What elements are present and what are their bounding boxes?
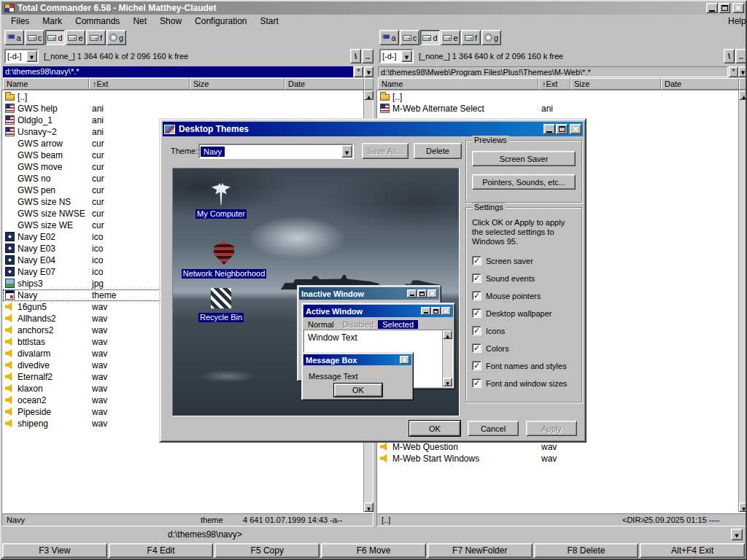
up-dir-button-right[interactable]: .. [735, 49, 747, 63]
settings-checkbox[interactable]: Font names and styles [472, 361, 567, 370]
checkbox-label: Font and window sizes [486, 379, 567, 388]
delete-button[interactable]: Delete [414, 143, 462, 159]
drive-button[interactable]: e [441, 30, 460, 45]
file-row[interactable]: GWS help ani [3, 103, 362, 114]
column-header[interactable]: Size [570, 78, 661, 90]
filter-button-left[interactable]: * [354, 66, 363, 77]
drive-button[interactable]: g [481, 30, 501, 45]
drive-button[interactable]: d [45, 30, 65, 45]
drive-button[interactable]: e [66, 30, 85, 45]
file-row[interactable]: [..] [378, 91, 737, 103]
checkbox-checked-icon[interactable] [472, 326, 481, 335]
drive-button[interactable]: d [420, 30, 440, 45]
scroll-down-button[interactable] [739, 502, 747, 512]
drive-button[interactable]: c [400, 30, 419, 45]
theme-combobox[interactable]: Navy [198, 144, 354, 159]
minimize-button[interactable] [543, 124, 555, 134]
drive-button[interactable]: a [379, 30, 399, 45]
checkbox-checked-icon[interactable] [472, 291, 481, 300]
app-icon[interactable] [4, 4, 15, 12]
settings-checkbox[interactable]: Screen saver [472, 256, 567, 265]
dropdown-arrow-icon[interactable] [401, 50, 412, 62]
function-key-button[interactable]: F4 Edit [109, 543, 214, 558]
screen-saver-button[interactable]: Screen Saver [472, 151, 576, 166]
drive-combo-right[interactable]: [-d-] [379, 49, 414, 63]
command-history-button[interactable] [731, 529, 743, 540]
column-header[interactable]: Name [378, 78, 538, 90]
column-header[interactable]: Date [285, 78, 364, 90]
current-path-right[interactable]: d:\themes98\Mweb\Program Files\Plus!\The… [378, 66, 728, 77]
checkbox-checked-icon[interactable] [472, 343, 481, 353]
checkbox-checked-icon[interactable] [472, 361, 481, 370]
settings-checkbox[interactable]: Desktop wallpaper [472, 308, 567, 318]
menu-item[interactable]: Show [153, 15, 188, 28]
filter-button-right[interactable]: * [729, 66, 738, 77]
file-row[interactable]: M-Web Question wav [378, 441, 737, 453]
menu-item[interactable]: Files [4, 15, 36, 28]
menu-item[interactable]: Configuration [188, 15, 253, 28]
menu-item[interactable]: Mark [36, 15, 69, 28]
settings-checkbox[interactable]: Icons [472, 326, 567, 335]
column-header[interactable]: ↑Ext [89, 78, 190, 90]
menu-item[interactable]: Start [253, 15, 285, 28]
dropdown-arrow-icon[interactable] [341, 145, 352, 158]
function-key-button[interactable]: F6 Move [321, 543, 426, 558]
up-dir-button-left[interactable]: .. [362, 49, 374, 63]
menu-item-help[interactable]: Help [721, 15, 747, 28]
preview-desktop-icon[interactable]: Recycle Bin [180, 288, 262, 322]
current-path-left[interactable]: d:\themes98\navy\*.* [3, 66, 353, 77]
function-key-button[interactable]: F8 Delete [534, 543, 639, 558]
history-button-right[interactable] [738, 66, 747, 77]
minimize-button[interactable] [706, 3, 718, 13]
column-header[interactable]: Name [3, 78, 89, 90]
function-key-button[interactable]: Alt+F4 Exit [640, 543, 745, 558]
file-row[interactable]: M-Web Alternate Select ani [378, 103, 737, 114]
function-key-button[interactable]: F5 Copy [214, 543, 320, 558]
scroll-up-button[interactable] [739, 90, 747, 100]
scroll-up-button[interactable] [364, 90, 374, 100]
checkbox-checked-icon[interactable] [472, 378, 481, 388]
maximize-button[interactable] [556, 124, 568, 134]
preview-desktop-icon[interactable]: My Computer [179, 183, 263, 219]
function-key-button[interactable]: F3 View [2, 543, 107, 558]
pointers-sounds-button[interactable]: Pointers, Sounds, etc... [472, 174, 576, 190]
root-dir-button-right[interactable]: \ [724, 49, 735, 63]
drive-combo-left[interactable]: [-d-] [4, 49, 39, 63]
column-header[interactable]: Size [190, 78, 285, 90]
cancel-button[interactable]: Cancel [468, 421, 519, 436]
drive-button[interactable]: g [107, 30, 126, 45]
history-button-left[interactable] [364, 66, 374, 77]
column-header[interactable]: Date [661, 78, 739, 90]
settings-checkbox[interactable]: Font and window sizes [472, 378, 567, 388]
close-button[interactable] [732, 3, 744, 13]
settings-checkbox[interactable]: Mouse pointers [472, 291, 567, 300]
checkbox-checked-icon[interactable] [472, 308, 481, 318]
maximize-button[interactable] [719, 3, 730, 13]
dialog-titlebar[interactable]: Desktop Themes [163, 122, 583, 136]
root-dir-button-left[interactable]: \ [350, 49, 361, 63]
close-button[interactable] [570, 124, 581, 134]
settings-checkbox[interactable]: Colors [472, 343, 567, 353]
settings-checkbox[interactable]: Sound events [472, 273, 567, 283]
file-row[interactable]: M-Web Start Windows wav [378, 453, 737, 464]
file-row[interactable]: [..] [3, 91, 362, 103]
menu-item[interactable]: Net [126, 15, 153, 28]
scrollbar-right[interactable] [738, 90, 747, 512]
scroll-down-button[interactable] [364, 502, 374, 512]
drive-button[interactable]: f [86, 30, 106, 45]
checkbox-checked-icon[interactable] [472, 256, 481, 265]
ok-button[interactable]: OK [409, 421, 460, 436]
titlebar[interactable]: Total Commander 6.58 - Michel Matthey-Cl… [1, 1, 746, 15]
theme-selected-value: Navy [201, 147, 225, 157]
drive-button[interactable]: c [25, 30, 44, 45]
function-key-button[interactable]: F7 NewFolder [427, 543, 533, 558]
save-as-button[interactable]: Save As... [362, 143, 409, 159]
drive-button[interactable]: a [4, 30, 24, 45]
dropdown-arrow-icon[interactable] [26, 50, 37, 62]
preview-desktop-icon[interactable]: Network Neighborhood [173, 241, 275, 279]
column-header[interactable]: ↑Ext [538, 78, 570, 90]
drive-button[interactable]: f [461, 30, 481, 45]
apply-button[interactable]: Apply [526, 421, 577, 436]
checkbox-checked-icon[interactable] [472, 273, 481, 283]
menu-item[interactable]: Commands [69, 15, 126, 28]
